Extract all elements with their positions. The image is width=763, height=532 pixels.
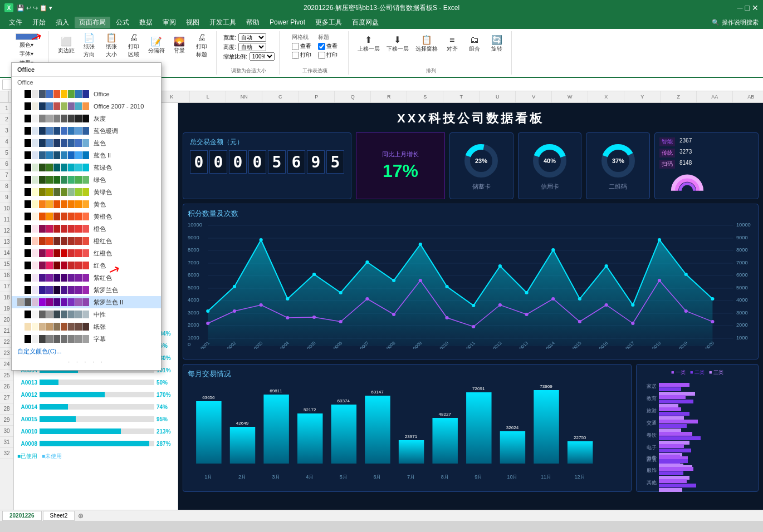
legend-unused: ■未使用 bbox=[42, 452, 62, 460]
width-select[interactable]: 自动 bbox=[238, 33, 266, 42]
group-btn[interactable]: 🗂组合 bbox=[464, 34, 485, 54]
gridlines-view-cb[interactable] bbox=[292, 43, 299, 50]
menu-powerpivot[interactable]: Power Pivot bbox=[265, 17, 310, 27]
legend-panel: 智能 2367 传统 3273 扫码 8148 bbox=[654, 132, 759, 199]
gridlines-print[interactable]: 打印 bbox=[292, 51, 311, 59]
menu-baidu[interactable]: 百度网盘 bbox=[348, 17, 383, 28]
align-btn[interactable]: ≡对齐 bbox=[442, 34, 462, 54]
bottom-charts-row: 每月交易情况 63656 bbox=[183, 364, 759, 492]
extra-cats: 缴费 服饰 其他 bbox=[641, 451, 754, 509]
heading-print[interactable]: 打印 bbox=[318, 51, 338, 59]
selectpane-btn[interactable]: 📋选择窗格 bbox=[413, 33, 440, 54]
menu-moretools[interactable]: 更多工具 bbox=[311, 17, 346, 28]
menu-dev[interactable]: 开发工具 bbox=[205, 17, 241, 28]
svg-text:5月: 5月 bbox=[340, 474, 348, 480]
menu-home[interactable]: 开始 bbox=[28, 17, 50, 28]
color-row-7[interactable]: 绿色 bbox=[12, 174, 161, 186]
scale-select[interactable]: 100% bbox=[250, 52, 275, 61]
menu-data[interactable]: 数据 bbox=[135, 17, 157, 28]
color-row-0[interactable]: Office bbox=[12, 88, 161, 100]
close-btn[interactable]: ✕ bbox=[752, 3, 759, 12]
color-themes-list: OfficeOffice 2007 - 2010灰度蓝色暖调蓝色蓝色 II蓝绿色… bbox=[12, 88, 161, 345]
menu-bar: 文件 开始 插入 页面布局 公式 数据 审阅 视图 开发工具 帮助 Power … bbox=[0, 16, 763, 29]
gridlines-view[interactable]: 查看 bbox=[292, 42, 311, 50]
leg-trad-label: 传统 bbox=[659, 149, 675, 157]
font-btn[interactable]: 字体▾ bbox=[19, 50, 33, 58]
menu-view[interactable]: 视图 bbox=[182, 17, 204, 28]
svg-text:10月: 10月 bbox=[507, 474, 517, 480]
color-row-6[interactable]: 蓝绿色 bbox=[12, 161, 161, 174]
svg-point-80 bbox=[711, 320, 714, 323]
heading-print-cb[interactable] bbox=[318, 52, 325, 59]
digit-7: 5 bbox=[326, 150, 344, 174]
color-row-14[interactable]: 红色 bbox=[12, 259, 161, 272]
height-select[interactable]: 自动 bbox=[238, 43, 266, 51]
svg-point-73 bbox=[525, 313, 528, 316]
cat-leg2: ■ 二类 bbox=[690, 369, 705, 376]
color-dropdown: Office Office OfficeOffice 2007 - 2010灰度… bbox=[11, 62, 162, 371]
row-num-25: 25 bbox=[0, 370, 13, 381]
printarea-btn[interactable]: 🖨打印区域 bbox=[124, 32, 144, 60]
ribbon-group-arrange: ⬆上移一层 ⬇下移一层 📋选择窗格 ≡对齐 🗂组合 🔄旋转 排列 bbox=[351, 31, 512, 75]
orientation-btn[interactable]: 📄纸张方向 bbox=[79, 31, 99, 60]
custom-color-btn[interactable]: 自定义颜色(C)... bbox=[12, 345, 161, 358]
margins-btn[interactable]: ⬜页边距 bbox=[56, 35, 77, 56]
color-row-4[interactable]: 蓝色 bbox=[12, 137, 161, 149]
monthly-bar-svg: 63656 1月 42649 2月 69811 3月 bbox=[188, 381, 627, 484]
heading-view-cb[interactable] bbox=[318, 43, 325, 50]
color-row-5[interactable]: 蓝色 II bbox=[12, 149, 161, 161]
color-row-10[interactable]: 黄橙色 bbox=[12, 210, 161, 223]
svg-point-41 bbox=[206, 309, 209, 313]
svg-text:2000: 2000 bbox=[736, 322, 748, 328]
color-row-19[interactable]: 纸张 bbox=[12, 321, 161, 333]
bringforward-btn[interactable]: ⬆上移一层 bbox=[355, 33, 382, 54]
svg-text:23971: 23971 bbox=[405, 434, 418, 439]
menu-review[interactable]: 审阅 bbox=[158, 17, 180, 28]
color-row-17[interactable]: 紫罗兰色 II bbox=[12, 296, 161, 308]
svg-text:73969: 73969 bbox=[540, 384, 552, 389]
menu-help[interactable]: 帮助 bbox=[242, 17, 264, 28]
svg-text:48227: 48227 bbox=[438, 412, 451, 417]
rotate-btn[interactable]: 🔄旋转 bbox=[487, 33, 507, 54]
color-row-18[interactable]: 中性 bbox=[12, 308, 161, 321]
breaks-btn[interactable]: 📝分隔符 bbox=[146, 35, 167, 56]
sheet-tab-1[interactable]: 20201226 bbox=[2, 511, 42, 521]
bg-btn[interactable]: 🌄背景 bbox=[169, 35, 189, 56]
menu-insert[interactable]: 插入 bbox=[51, 17, 74, 28]
window-controls: ─ □ ✕ bbox=[737, 3, 759, 12]
minimize-btn[interactable]: ─ bbox=[737, 3, 743, 12]
color-row-13[interactable]: 红橙色 bbox=[12, 247, 161, 259]
color-row-16[interactable]: 紫罗兰色 bbox=[12, 284, 161, 296]
printtitle-btn[interactable]: 🖨打印标题 bbox=[192, 32, 212, 60]
sendback-btn[interactable]: ⬇下移一层 bbox=[384, 33, 411, 54]
color-row-20[interactable]: 字幕 bbox=[12, 333, 161, 345]
gridlines-label: 网格线 bbox=[292, 33, 311, 41]
svg-point-58 bbox=[658, 238, 661, 242]
menu-pagelayout[interactable]: 页面布局 bbox=[75, 17, 110, 28]
color-row-9[interactable]: 黄色 bbox=[12, 198, 161, 210]
menu-file[interactable]: 文件 bbox=[4, 17, 27, 28]
svg-point-76 bbox=[605, 303, 608, 307]
donut-savings: 23% 储蓄卡 bbox=[449, 132, 513, 199]
color-row-15[interactable]: 紫红色 bbox=[12, 272, 161, 284]
gridlines-print-cb[interactable] bbox=[292, 52, 299, 59]
maximize-btn[interactable]: □ bbox=[745, 3, 750, 12]
menu-formula[interactable]: 公式 bbox=[111, 17, 134, 28]
color-row-1[interactable]: Office 2007 - 2010 bbox=[12, 100, 161, 112]
color-row-8[interactable]: 黄绿色 bbox=[12, 186, 161, 198]
width-control: 宽度: 自动 bbox=[223, 33, 275, 42]
svg-text:其他: 其他 bbox=[647, 480, 657, 485]
heading-view[interactable]: 查看 bbox=[318, 42, 338, 50]
add-sheet-btn[interactable]: ⊕ bbox=[78, 512, 84, 520]
svg-point-64 bbox=[286, 316, 289, 319]
sheet-tab-2[interactable]: Sheet2 bbox=[43, 511, 75, 521]
color-row-2[interactable]: 灰度 bbox=[12, 112, 161, 125]
svg-text:63656: 63656 bbox=[202, 395, 215, 400]
size-btn[interactable]: 📋纸张大小 bbox=[101, 31, 121, 60]
color-row-12[interactable]: 橙红色 bbox=[12, 235, 161, 247]
digit-0: 0 bbox=[190, 150, 208, 174]
small-bar-legend: ■已使用 ■未使用 bbox=[15, 450, 177, 462]
color-row-11[interactable]: 橙色 bbox=[12, 223, 161, 235]
search-icon: 🔍 bbox=[712, 19, 720, 26]
color-row-3[interactable]: 蓝色暖调 bbox=[12, 125, 161, 137]
